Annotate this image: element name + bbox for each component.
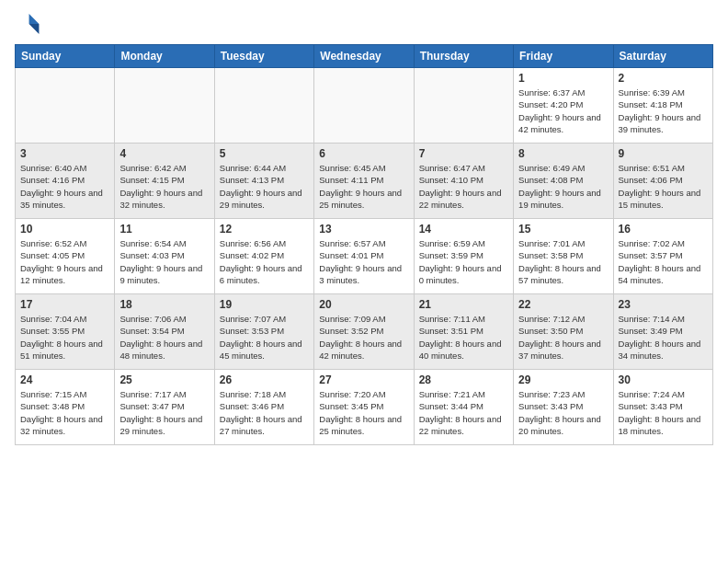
day-info: Sunrise: 7:24 AMSunset: 3:43 PMDaylight:… (619, 388, 708, 437)
calendar-cell: 18Sunrise: 7:06 AMSunset: 3:54 PMDayligh… (115, 294, 214, 370)
day-number: 1 (518, 72, 608, 85)
day-number: 18 (119, 298, 209, 311)
day-info: Sunrise: 6:42 AMSunset: 4:15 PMDaylight:… (119, 162, 209, 211)
day-number: 28 (419, 373, 508, 386)
day-number: 2 (619, 72, 708, 85)
day-info: Sunrise: 6:45 AMSunset: 4:11 PMDaylight:… (319, 162, 408, 211)
day-number: 30 (619, 373, 708, 386)
day-header-monday: Monday (115, 45, 214, 68)
day-info: Sunrise: 7:02 AMSunset: 3:57 PMDaylight:… (619, 237, 708, 286)
calendar-cell: 29Sunrise: 7:23 AMSunset: 3:43 PMDayligh… (514, 370, 613, 445)
day-number: 9 (619, 147, 708, 160)
day-info: Sunrise: 7:01 AMSunset: 3:58 PMDaylight:… (518, 237, 608, 286)
day-info: Sunrise: 6:40 AMSunset: 4:16 PMDaylight:… (20, 162, 109, 211)
calendar-cell: 5Sunrise: 6:44 AMSunset: 4:13 PMDaylight… (214, 144, 313, 219)
day-header-thursday: Thursday (414, 45, 513, 68)
day-info: Sunrise: 6:56 AMSunset: 4:02 PMDaylight:… (220, 237, 309, 286)
day-info: Sunrise: 7:18 AMSunset: 3:46 PMDaylight:… (220, 388, 309, 437)
day-number: 14 (419, 223, 508, 236)
calendar-cell (214, 68, 313, 144)
calendar-cell: 15Sunrise: 7:01 AMSunset: 3:58 PMDayligh… (514, 219, 613, 294)
calendar-cell: 28Sunrise: 7:21 AMSunset: 3:44 PMDayligh… (414, 370, 513, 445)
calendar-cell (115, 68, 214, 144)
day-info: Sunrise: 7:12 AMSunset: 3:50 PMDaylight:… (518, 313, 608, 362)
day-header-wednesday: Wednesday (314, 45, 414, 68)
calendar-cell: 1Sunrise: 6:37 AMSunset: 4:20 PMDaylight… (514, 68, 613, 144)
header (15, 11, 713, 37)
calendar-cell: 22Sunrise: 7:12 AMSunset: 3:50 PMDayligh… (514, 294, 613, 370)
day-info: Sunrise: 7:06 AMSunset: 3:54 PMDaylight:… (119, 313, 209, 362)
day-info: Sunrise: 6:59 AMSunset: 3:59 PMDaylight:… (419, 237, 508, 286)
day-info: Sunrise: 7:21 AMSunset: 3:44 PMDaylight:… (419, 388, 508, 437)
day-number: 24 (20, 373, 109, 386)
day-info: Sunrise: 7:20 AMSunset: 3:45 PMDaylight:… (319, 388, 408, 437)
calendar-cell: 30Sunrise: 7:24 AMSunset: 3:43 PMDayligh… (613, 370, 712, 445)
day-info: Sunrise: 6:57 AMSunset: 4:01 PMDaylight:… (319, 237, 408, 286)
calendar-cell: 20Sunrise: 7:09 AMSunset: 3:52 PMDayligh… (314, 294, 414, 370)
calendar-cell: 24Sunrise: 7:15 AMSunset: 3:48 PMDayligh… (16, 370, 115, 445)
calendar-cell (414, 68, 513, 144)
calendar-cell: 19Sunrise: 7:07 AMSunset: 3:53 PMDayligh… (214, 294, 313, 370)
day-number: 7 (419, 147, 508, 160)
day-number: 10 (20, 223, 109, 236)
day-number: 29 (518, 373, 608, 386)
day-number: 17 (20, 298, 109, 311)
calendar: SundayMondayTuesdayWednesdayThursdayFrid… (15, 44, 713, 445)
calendar-cell: 11Sunrise: 6:54 AMSunset: 4:03 PMDayligh… (115, 219, 214, 294)
calendar-cell (16, 68, 115, 144)
calendar-week-row-0: 1Sunrise: 6:37 AMSunset: 4:20 PMDaylight… (16, 68, 713, 144)
logo (15, 11, 44, 37)
calendar-cell: 21Sunrise: 7:11 AMSunset: 3:51 PMDayligh… (414, 294, 513, 370)
day-info: Sunrise: 6:44 AMSunset: 4:13 PMDaylight:… (220, 162, 309, 211)
calendar-cell: 14Sunrise: 6:59 AMSunset: 3:59 PMDayligh… (414, 219, 513, 294)
day-number: 8 (518, 147, 608, 160)
calendar-cell: 17Sunrise: 7:04 AMSunset: 3:55 PMDayligh… (16, 294, 115, 370)
calendar-cell: 25Sunrise: 7:17 AMSunset: 3:47 PMDayligh… (115, 370, 214, 445)
day-info: Sunrise: 6:52 AMSunset: 4:05 PMDaylight:… (20, 237, 109, 286)
day-number: 21 (419, 298, 508, 311)
day-number: 19 (220, 298, 309, 311)
day-number: 3 (20, 147, 109, 160)
calendar-cell (314, 68, 414, 144)
day-number: 6 (319, 147, 408, 160)
day-number: 27 (319, 373, 408, 386)
day-header-tuesday: Tuesday (214, 45, 313, 68)
calendar-cell: 27Sunrise: 7:20 AMSunset: 3:45 PMDayligh… (314, 370, 414, 445)
day-number: 20 (319, 298, 408, 311)
calendar-week-row-3: 17Sunrise: 7:04 AMSunset: 3:55 PMDayligh… (16, 294, 713, 370)
logo-icon (15, 11, 40, 37)
day-info: Sunrise: 7:04 AMSunset: 3:55 PMDaylight:… (20, 313, 109, 362)
calendar-week-row-1: 3Sunrise: 6:40 AMSunset: 4:16 PMDaylight… (16, 144, 713, 219)
day-number: 16 (619, 223, 708, 236)
day-info: Sunrise: 7:15 AMSunset: 3:48 PMDaylight:… (20, 388, 109, 437)
calendar-cell: 6Sunrise: 6:45 AMSunset: 4:11 PMDaylight… (314, 144, 414, 219)
calendar-cell: 9Sunrise: 6:51 AMSunset: 4:06 PMDaylight… (613, 144, 712, 219)
calendar-week-row-4: 24Sunrise: 7:15 AMSunset: 3:48 PMDayligh… (16, 370, 713, 445)
page: SundayMondayTuesdayWednesdayThursdayFrid… (0, 0, 728, 563)
calendar-cell: 12Sunrise: 6:56 AMSunset: 4:02 PMDayligh… (214, 219, 313, 294)
calendar-cell: 4Sunrise: 6:42 AMSunset: 4:15 PMDaylight… (115, 144, 214, 219)
day-info: Sunrise: 6:51 AMSunset: 4:06 PMDaylight:… (619, 162, 708, 211)
day-info: Sunrise: 6:47 AMSunset: 4:10 PMDaylight:… (419, 162, 508, 211)
day-number: 22 (518, 298, 608, 311)
calendar-cell: 16Sunrise: 7:02 AMSunset: 3:57 PMDayligh… (613, 219, 712, 294)
svg-marker-0 (29, 14, 40, 24)
day-number: 25 (119, 373, 209, 386)
day-number: 5 (220, 147, 309, 160)
calendar-header-row: SundayMondayTuesdayWednesdayThursdayFrid… (16, 45, 713, 68)
calendar-cell: 13Sunrise: 6:57 AMSunset: 4:01 PMDayligh… (314, 219, 414, 294)
day-info: Sunrise: 7:07 AMSunset: 3:53 PMDaylight:… (220, 313, 309, 362)
day-header-saturday: Saturday (613, 45, 712, 68)
day-number: 26 (220, 373, 309, 386)
day-info: Sunrise: 7:17 AMSunset: 3:47 PMDaylight:… (119, 388, 209, 437)
day-number: 15 (518, 223, 608, 236)
calendar-cell: 23Sunrise: 7:14 AMSunset: 3:49 PMDayligh… (613, 294, 712, 370)
day-number: 11 (119, 223, 209, 236)
calendar-cell: 8Sunrise: 6:49 AMSunset: 4:08 PMDaylight… (514, 144, 613, 219)
calendar-cell: 2Sunrise: 6:39 AMSunset: 4:18 PMDaylight… (613, 68, 712, 144)
calendar-cell: 26Sunrise: 7:18 AMSunset: 3:46 PMDayligh… (214, 370, 313, 445)
calendar-cell: 3Sunrise: 6:40 AMSunset: 4:16 PMDaylight… (16, 144, 115, 219)
day-info: Sunrise: 7:23 AMSunset: 3:43 PMDaylight:… (518, 388, 608, 437)
day-number: 23 (619, 298, 708, 311)
day-info: Sunrise: 6:54 AMSunset: 4:03 PMDaylight:… (119, 237, 209, 286)
